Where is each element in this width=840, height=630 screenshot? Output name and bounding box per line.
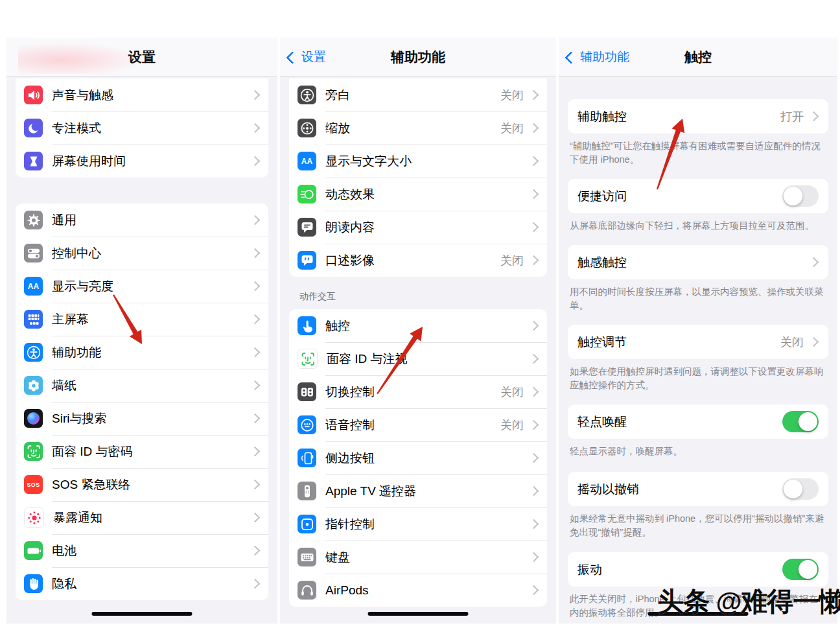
watermark-smudge [18,43,141,74]
flower-icon [24,376,43,395]
touch-item-tap-to-wake: 轻点唤醒 [568,404,828,439]
accessibility-item-spoken-content[interactable]: 朗读内容 [289,211,547,244]
settings-item-faceid-passcode[interactable]: 面容 ID 与密码 [16,435,268,468]
home-screen-grid-icon [24,310,43,329]
chevron-right-icon [529,387,539,397]
accessibility-item-switch-control[interactable]: 切换控制 关闭 [289,375,547,408]
keyboard-icon [298,548,316,566]
settings-item-battery[interactable]: 电池 [16,534,268,567]
settings-group-2: 通用 控制中心 AA 显示与亮度 主屏幕 辅助功能 墙纸 [16,204,268,600]
chevron-right-icon [250,215,261,226]
home-indicator[interactable] [92,612,192,616]
touch-accommodations-footer: 如果您在使用触控屏时遇到问题，请调整以下设置更改屏幕响应触控操作的方式。 [570,365,826,392]
sos-icon: SOS [24,475,43,494]
haptic-touch-footer: 用不同的时间长度按压屏幕，以显示内容预览、操作或关联菜单。 [570,285,826,312]
settings-item-screen-time[interactable]: 屏幕使用时间 [16,145,268,178]
chevron-right-icon [250,579,261,589]
chevron-right-icon [529,486,539,496]
settings-item-siri-search[interactable]: Siri与搜索 [16,402,268,435]
settings-item-sounds-haptics[interactable]: 声音与触感 [16,78,268,111]
accessibility-group-2: 触控 面容 ID 与注视 切换控制 关闭 语音控制 关闭 侧边按钮 Appl [289,309,547,607]
accessibility-item-faceid-attention[interactable]: 面容 ID 与注视 [289,342,547,375]
vibration-toggle[interactable] [782,559,819,580]
switch-control-icon [298,382,316,401]
back-button[interactable]: 设置 [288,38,326,76]
touch-accommodations-card: 触控调节 关闭 [568,325,828,359]
chevron-right-icon [529,189,539,200]
home-indicator[interactable] [368,612,469,616]
accessibility-item-motion[interactable]: 动态效果 [289,178,547,211]
accessibility-item-voiceover[interactable]: 旁白 关闭 [289,78,547,111]
voice-control-icon [298,415,316,434]
settings-item-control-center[interactable]: 控制中心 [16,237,268,270]
accessibility-item-apple-tv-remote[interactable]: Apple TV 遥控器 [289,474,547,508]
face-id-attention-icon [298,349,318,369]
chevron-right-icon [250,414,261,424]
chevron-right-icon [529,222,539,233]
settings-item-general[interactable]: 通用 [16,204,268,237]
page-title: 触控 [684,48,712,66]
text-size-icon: AA [24,277,43,296]
chevron-right-icon [529,453,539,463]
settings-item-exposure-notifications[interactable]: 暴露通知 [16,501,268,534]
settings-item-privacy[interactable]: 隐私 [16,567,268,600]
control-center-icon [24,244,43,262]
accessibility-item-zoom[interactable]: 缩放 关闭 [289,111,547,145]
watermark-text: 头条 @难得一懒 [657,584,840,620]
reachability-toggle[interactable] [782,185,819,207]
touch-item-haptic-touch[interactable]: 触感触控 [568,245,828,279]
tv-remote-icon [298,482,316,500]
settings-item-display-brightness[interactable]: AA 显示与亮度 [16,270,268,303]
chevron-right-icon [529,255,539,266]
accessibility-item-voice-control[interactable]: 语音控制 关闭 [289,408,547,441]
accessibility-item-pointer-control[interactable]: 指针控制 [289,508,547,541]
settings-item-focus[interactable]: 专注模式 [16,111,268,145]
page-title: 辅助功能 [391,48,445,66]
chevron-right-icon [250,447,261,457]
touch-item-assistivetouch[interactable]: 辅助触控 打开 [568,99,828,134]
accessibility-item-touch[interactable]: 触控 [289,309,547,342]
settings-item-home-screen[interactable]: 主屏幕 [16,303,268,336]
accessibility-item-airpods[interactable]: AirPods [289,574,547,607]
accessibility-item-audio-descriptions[interactable]: 口述影像 关闭 [289,244,547,277]
settings-item-accessibility[interactable]: 辅助功能 [16,336,268,369]
motion-icon [298,185,316,204]
touch-item-shake-to-undo: 摇动以撤销 [568,472,828,506]
chevron-right-icon [250,347,261,358]
settings-header: 设置 [6,38,277,77]
tap-to-wake-toggle[interactable] [782,411,819,432]
moon-icon [24,119,43,137]
accessibility-item-display-text-size[interactable]: AA 显示与文字大小 [289,145,547,178]
accessibility-icon [24,343,43,362]
touch-item-accommodations[interactable]: 触控调节 关闭 [568,325,828,359]
chevron-right-icon [529,321,539,331]
page-title: 设置 [128,48,156,66]
accessibility-header: 设置 辅助功能 [280,38,556,77]
touch-item-reachability: 便捷访问 [568,179,828,213]
settings-item-wallpaper[interactable]: 墙纸 [16,369,268,402]
toggle-knob [784,480,802,498]
touch-item-vibration: 振动 [568,552,828,587]
chevron-right-icon [250,480,261,490]
pointer-control-icon [298,515,316,533]
shake-to-undo-footer: 如果经常无意中摇动到 iPhone，您可以停用“摇动以撤销”来避免出现“撤销”提… [570,512,826,539]
shake-to-undo-toggle[interactable] [782,478,819,500]
reachability-card: 便捷访问 [568,179,828,213]
chevron-left-icon [286,51,299,64]
side-button-icon [298,449,316,467]
headphones-icon [298,581,316,600]
accessibility-item-side-button[interactable]: 侧边按钮 [289,441,547,474]
chevron-right-icon [250,156,261,167]
accessibility-item-keyboard[interactable]: 键盘 [289,541,547,574]
back-button[interactable]: 辅助功能 [566,38,629,76]
assistivetouch-card: 辅助触控 打开 [568,99,828,134]
chevron-right-icon [529,552,539,563]
settings-item-emergency-sos[interactable]: SOS SOS 紧急联络 [16,468,268,501]
text-size-icon: AA [298,152,316,170]
haptic-touch-card: 触感触控 [568,245,828,279]
chevron-right-icon [809,257,819,268]
assistivetouch-footer: “辅助触控”可让您在触摸屏幕有困难或需要自适应配件的情况下使用 iPhone。 [570,139,826,167]
shake-to-undo-card: 摇动以撤销 [568,472,828,506]
chevron-right-icon [529,354,539,364]
toggle-knob [799,412,817,431]
